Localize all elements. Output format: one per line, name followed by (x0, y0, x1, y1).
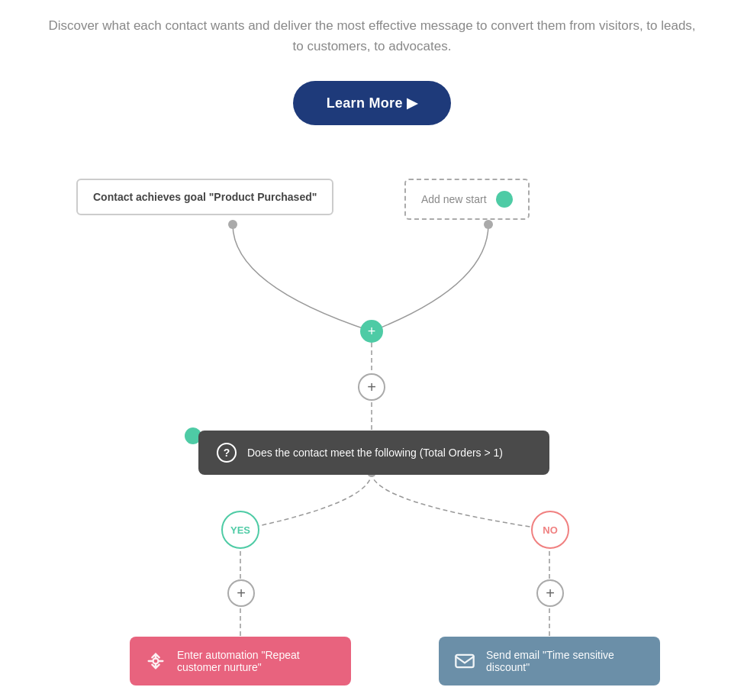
email-icon (454, 650, 475, 672)
condition-label: Does the contact meet the following (Tot… (247, 447, 503, 459)
action-automation-label: Enter automation "Repeat customer nurtur… (177, 649, 336, 673)
question-icon: ? (217, 443, 237, 463)
plus-icon-no: + (546, 585, 555, 602)
learn-more-button[interactable]: Learn More ▶ (293, 81, 452, 125)
plus-circle-top[interactable]: + (358, 373, 385, 401)
add-start-green-dot (496, 191, 513, 208)
goal-box[interactable]: Contact achieves goal "Product Purchased… (76, 179, 333, 215)
yes-circle[interactable]: YES (221, 511, 259, 549)
svg-point-7 (484, 220, 493, 229)
svg-point-6 (228, 220, 237, 229)
svg-rect-10 (456, 655, 473, 667)
svg-point-9 (153, 659, 159, 664)
action-email-label: Send email "Time sensitive discount" (486, 649, 645, 673)
merge-circle[interactable]: + (360, 320, 383, 343)
add-start-label: Add new start (421, 193, 487, 205)
page-wrapper: Discover what each contact wants and del… (0, 0, 744, 700)
condition-box[interactable]: ? Does the contact meet the following (T… (198, 431, 549, 475)
yes-label: YES (230, 524, 250, 536)
no-circle[interactable]: NO (531, 511, 569, 549)
hero-text: Discover what each contact wants and del… (0, 0, 744, 64)
plus-icon-yes: + (237, 585, 246, 602)
plus-circle-yes[interactable]: + (227, 579, 255, 607)
automation-icon (145, 650, 166, 672)
action-box-automation[interactable]: Enter automation "Repeat customer nurtur… (130, 637, 351, 685)
goal-box-label: Contact achieves goal "Product Purchased… (93, 191, 317, 203)
merge-plus-icon: + (368, 324, 376, 340)
diagram-area: Contact achieves goal "Product Purchased… (0, 156, 744, 690)
add-start-box[interactable]: Add new start (404, 179, 530, 220)
action-box-email[interactable]: Send email "Time sensitive discount" (439, 637, 660, 685)
diagram-lines (0, 156, 744, 690)
plus-circle-no[interactable]: + (536, 579, 564, 607)
no-label: NO (543, 524, 558, 536)
hero-description: Discover what each contact wants and del… (46, 15, 698, 56)
plus-icon-top: + (367, 379, 376, 396)
